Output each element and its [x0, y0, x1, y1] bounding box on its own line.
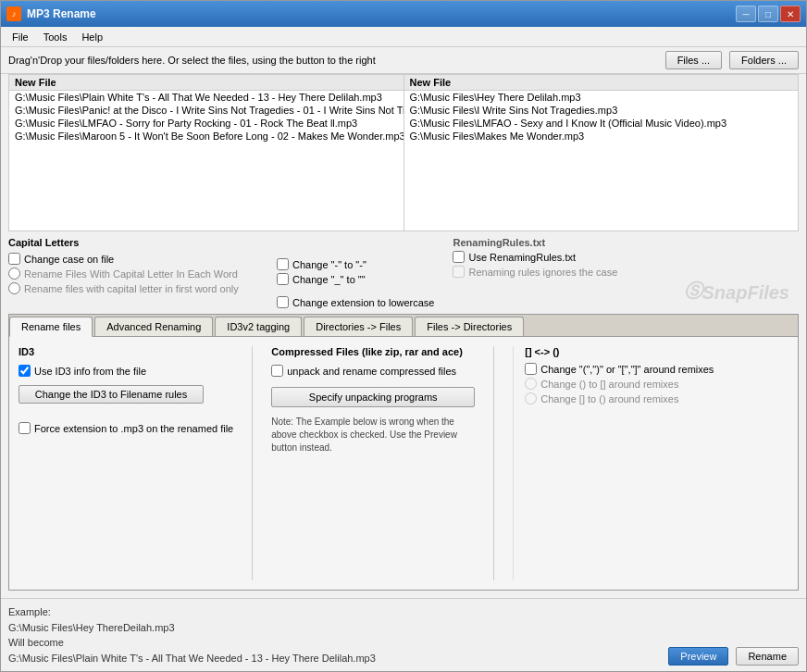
change-brackets-checkbox[interactable] [525, 363, 537, 375]
dash-to-dash-row: Change "-" to "-" [277, 258, 434, 270]
close-button[interactable]: ✕ [780, 6, 801, 22]
change-to-round-label: Change [] to () around remixes [540, 393, 678, 404]
force-ext-checkbox[interactable] [19, 422, 31, 434]
remixes-section-title: [] <-> () [525, 346, 714, 357]
window-controls: ─ □ ✕ [736, 6, 801, 22]
example-to: G:\Music Files\Plain White T's - All Tha… [8, 651, 668, 666]
tab-directories-to-files[interactable]: Directories -> Files [304, 317, 413, 336]
underscore-to-space-checkbox[interactable] [277, 273, 289, 285]
change-brackets-row: Change "(",")" or "[","]" around remixes [525, 363, 714, 375]
file-list-left: New File G:\Music Files\Plain White T's … [9, 75, 404, 230]
menu-tools[interactable]: Tools [36, 30, 75, 44]
list-item[interactable]: G:\Music Files\Plain White T's - All Tha… [9, 91, 404, 104]
use-id3-checkbox[interactable] [19, 365, 31, 377]
change-case-label: Change case on file [24, 254, 114, 265]
title-bar: ♪ MP3 Rename ─ □ ✕ [1, 1, 806, 27]
force-ext-row: Force extension to .mp3 on the renamed f… [19, 422, 233, 434]
remixes-section: [] <-> () Change "(",")" or "[","]" arou… [513, 346, 714, 580]
tab-files-to-directories[interactable]: Files -> Directories [415, 317, 524, 336]
bottom-buttons: Preview Rename [668, 647, 799, 666]
renaming-ignores-checkbox[interactable] [453, 266, 465, 278]
files-button[interactable]: Files ... [665, 51, 722, 69]
change-to-square-radio[interactable] [525, 378, 537, 390]
use-renaming-rules-checkbox[interactable] [453, 251, 465, 263]
example-from: G:\Music Files\Hey ThereDeilah.mp3 [8, 620, 668, 636]
rename-button[interactable]: Rename [736, 647, 799, 666]
divider-1 [252, 346, 253, 580]
change-extension-row: Change extension to lowercase [277, 296, 434, 308]
unpack-row: unpack and rename compressed files [271, 365, 475, 377]
list-item[interactable]: G:\Music Files\Panic! at the Disco - I W… [9, 104, 404, 117]
list-item[interactable]: G:\Music Files\Maroon 5 - It Won't Be So… [9, 130, 404, 143]
change-to-round-radio[interactable] [525, 392, 537, 404]
tab-rename-files[interactable]: Rename files [9, 317, 93, 337]
force-ext-label: Force extension to .mp3 on the renamed f… [34, 423, 233, 434]
file-list-area: New File G:\Music Files\Plain White T's … [8, 74, 799, 231]
unpack-checkbox[interactable] [271, 365, 283, 377]
file-list-right-header: New File [404, 75, 799, 91]
underscore-to-space-row: Change "_" to "" [277, 273, 434, 285]
bottom-row: Example: G:\Music Files\Hey ThereDeilah.… [1, 598, 806, 671]
rename-capital-each-row: Rename Files With Capital Letter In Each… [8, 268, 267, 280]
menu-bar: File Tools Help [1, 27, 806, 47]
snapfiles-watermark: ⓈSnapFiles [627, 237, 799, 308]
example-area: Example: G:\Music Files\Hey ThereDeilah.… [8, 604, 668, 666]
toolbar-label: Drag'n'Drop your files/folders here. Or … [8, 55, 658, 66]
change-brackets-label: Change "(",")" or "[","]" around remixes [540, 364, 714, 375]
change-extension-checkbox[interactable] [277, 296, 289, 308]
maximize-button[interactable]: □ [758, 6, 778, 22]
list-item[interactable]: G:\Music Files\LMFAO - Sorry for Party R… [9, 117, 404, 130]
change-to-square-row: Change () to [] around remixes [525, 378, 714, 390]
note-text: Note: The Example below is wrong when th… [271, 416, 475, 454]
rename-capital-each-radio[interactable] [8, 268, 20, 280]
id3-section: ID3 Use ID3 info from the file Change th… [19, 346, 233, 580]
id3-section-title: ID3 [19, 346, 233, 357]
change-extension-label: Change extension to lowercase [292, 297, 434, 308]
underscore-to-space-label: Change "_" to "" [292, 274, 366, 285]
use-id3-row: Use ID3 info from the file [19, 365, 233, 377]
tab-id3v2-tagging[interactable]: ID3v2 tagging [215, 317, 302, 336]
tab-content-rename-files: ID3 Use ID3 info from the file Change th… [9, 337, 798, 590]
dash-to-dash-label: Change "-" to "-" [292, 259, 366, 270]
window-title: MP3 Rename [27, 7, 736, 20]
use-renaming-rules-row: Use RenamingRules.txt [453, 251, 617, 263]
list-item[interactable]: G:\Music Files\Makes Me Wonder.mp3 [404, 130, 799, 143]
specify-btn[interactable]: Specify unpacking programs [271, 387, 475, 407]
change-case-row: Change case on file [8, 253, 267, 265]
file-list-left-header: New File [9, 75, 404, 91]
dash-to-dash-checkbox[interactable] [277, 258, 289, 270]
menu-file[interactable]: File [5, 30, 36, 44]
rename-capital-first-row: Rename files with capital letter in firs… [8, 282, 267, 294]
use-id3-label: Use ID3 info from the file [34, 366, 146, 377]
unpack-label: unpack and rename compressed files [287, 366, 456, 377]
minimize-button[interactable]: ─ [736, 6, 756, 22]
list-item[interactable]: G:\Music Files\Hey There Delilah.mp3 [404, 91, 799, 104]
menu-help[interactable]: Help [74, 30, 110, 44]
folders-button[interactable]: Folders ... [729, 51, 799, 69]
renaming-ignores-label: Renaming rules ignores the case [468, 267, 617, 278]
middle-options: Change "-" to "-" Change "_" to "" Chang… [277, 237, 434, 308]
tab-bar: Rename files Advanced Renaming ID3v2 tag… [9, 315, 798, 337]
renaming-rules-label: RenamingRules.txt [453, 237, 617, 248]
renaming-rules-section: RenamingRules.txt Use RenamingRules.txt … [453, 237, 617, 308]
compressed-section-title: Compressed Files (like zip, rar and ace) [271, 346, 475, 357]
example-will-become: Will become [8, 635, 668, 651]
preview-button[interactable]: Preview [668, 647, 728, 666]
rename-capital-each-label: Rename Files With Capital Letter In Each… [24, 268, 238, 280]
rename-capital-first-label: Rename files with capital letter in firs… [24, 283, 239, 294]
capital-letters-label: Capital Letters [8, 237, 267, 248]
use-renaming-rules-label: Use RenamingRules.txt [468, 252, 576, 263]
change-case-checkbox[interactable] [8, 253, 20, 265]
tabs-area: Rename files Advanced Renaming ID3v2 tag… [8, 314, 799, 591]
tab-advanced-renaming[interactable]: Advanced Renaming [94, 317, 213, 336]
change-id3-button[interactable]: Change the ID3 to Filename rules [19, 385, 204, 404]
compressed-section: Compressed Files (like zip, rar and ace)… [271, 346, 475, 580]
app-icon: ♪ [6, 6, 21, 21]
renaming-ignores-row: Renaming rules ignores the case [453, 266, 617, 278]
list-item[interactable]: G:\Music Files\LMFAO - Sexy and I Know I… [404, 117, 799, 130]
toolbar: Drag'n'Drop your files/folders here. Or … [1, 47, 806, 74]
list-item[interactable]: G:\Music Files\I Write Sins Not Tragedie… [404, 104, 799, 117]
change-to-round-row: Change [] to () around remixes [525, 392, 714, 404]
file-list-right: New File G:\Music Files\Hey There Delila… [404, 75, 799, 230]
rename-capital-first-radio[interactable] [8, 282, 20, 294]
